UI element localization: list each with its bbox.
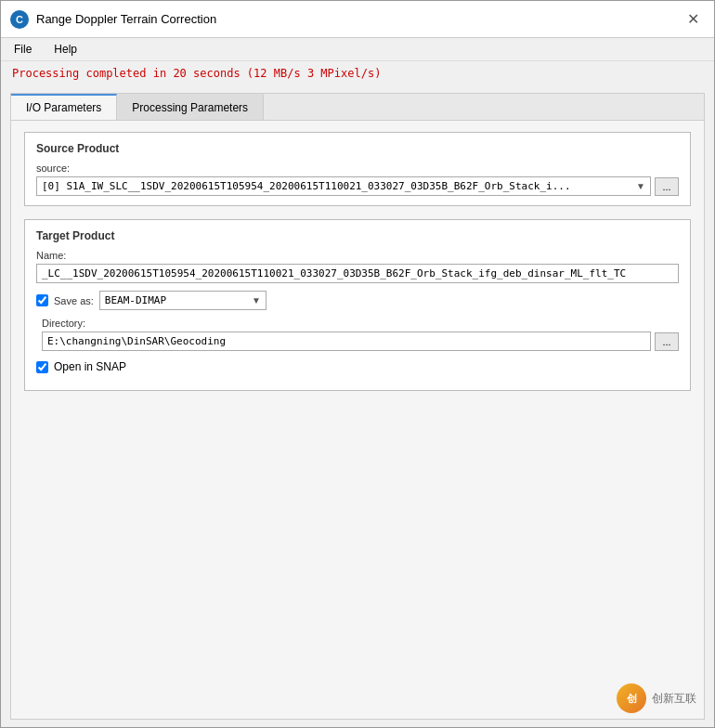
titlebar: C Range Doppler Terrain Correction ✕ <box>1 1 714 38</box>
open-in-snap-label: Open in SNAP <box>54 360 126 373</box>
tab-processing-parameters[interactable]: Processing Parameters <box>117 94 264 120</box>
menu-help[interactable]: Help <box>48 41 83 58</box>
open-in-snap-row: Open in SNAP <box>36 360 679 373</box>
watermark-text: 创新互联 <box>652 691 696 707</box>
directory-row: ... <box>42 332 679 351</box>
tab-io-parameters[interactable]: I/O Parameters <box>11 94 117 120</box>
source-product-section: Source Product source: [0] S1A_IW_SLC__1… <box>24 132 691 206</box>
target-product-title: Target Product <box>36 229 679 242</box>
source-label: source: <box>36 162 679 174</box>
directory-input[interactable] <box>42 332 651 351</box>
target-product-section: Target Product Name: Save as: BEAM-DIMAP… <box>24 219 691 391</box>
name-label: Name: <box>36 250 679 261</box>
directory-browse-button[interactable]: ... <box>655 332 679 351</box>
source-dropdown-wrapper: [0] S1A_IW_SLC__1SDV_20200615T105954_202… <box>36 176 651 196</box>
directory-label: Directory: <box>42 318 679 329</box>
window-title: Range Doppler Terrain Correction <box>36 12 216 26</box>
save-as-format-dropdown[interactable]: BEAM-DIMAP GeoTIFF NetCDF <box>99 291 266 310</box>
main-window: C Range Doppler Terrain Correction ✕ Fil… <box>0 0 715 728</box>
app-icon: C <box>10 10 29 29</box>
saveas-wrapper: Save as: BEAM-DIMAP GeoTIFF NetCDF ▼ <box>36 291 679 310</box>
watermark-icon-text: 创 <box>627 692 637 706</box>
save-as-format-wrapper: BEAM-DIMAP GeoTIFF NetCDF ▼ <box>99 291 266 310</box>
status-bar: Processing completed in 20 seconds (12 M… <box>1 61 714 85</box>
content-area: I/O Parameters Processing Parameters Sou… <box>1 85 714 727</box>
close-button[interactable]: ✕ <box>682 8 705 30</box>
save-as-checkbox[interactable] <box>36 294 48 306</box>
watermark: 创 创新互联 <box>617 683 696 713</box>
watermark-icon: 创 <box>617 683 646 713</box>
app-icon-label: C <box>16 14 23 25</box>
source-product-title: Source Product <box>36 142 679 155</box>
open-in-snap-checkbox[interactable] <box>36 361 48 373</box>
main-panel: I/O Parameters Processing Parameters Sou… <box>10 93 705 720</box>
tabs-header: I/O Parameters Processing Parameters <box>11 94 704 121</box>
menubar: File Help <box>1 38 714 61</box>
menu-file[interactable]: File <box>8 41 37 58</box>
source-browse-button[interactable]: ... <box>655 177 679 196</box>
save-as-label: Save as: <box>54 295 94 306</box>
target-name-input[interactable] <box>36 264 679 283</box>
status-message: Processing completed in 20 seconds (12 M… <box>12 67 381 80</box>
tab-content-io: Source Product source: [0] S1A_IW_SLC__1… <box>11 121 704 415</box>
titlebar-left: C Range Doppler Terrain Correction <box>10 10 216 29</box>
source-input-row: [0] S1A_IW_SLC__1SDV_20200615T105954_202… <box>36 176 679 196</box>
source-dropdown[interactable]: [0] S1A_IW_SLC__1SDV_20200615T105954_202… <box>36 176 651 196</box>
